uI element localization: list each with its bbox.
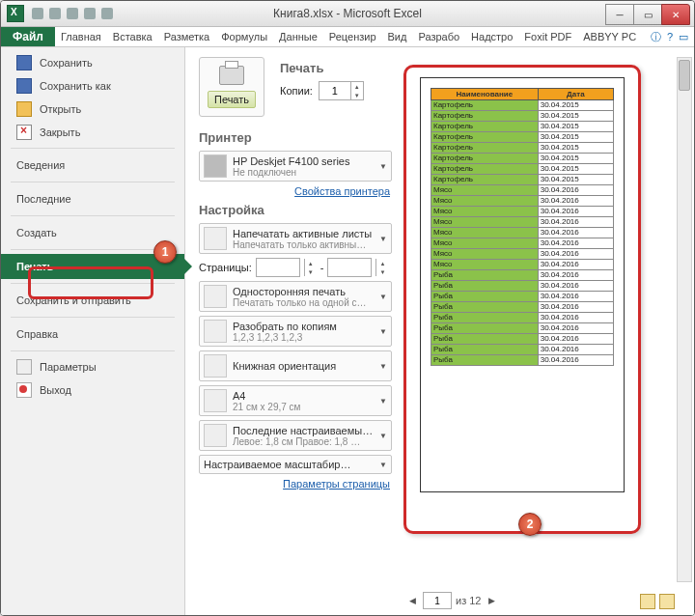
ribbon-tab[interactable]: Разметка [158, 27, 216, 46]
close-cmd[interactable]: Закрыть [1, 121, 184, 144]
cell-name: Картофель [431, 122, 539, 132]
open-cmd[interactable]: Открыть [1, 98, 184, 121]
ribbon-tab[interactable]: Вставка [107, 27, 158, 46]
margins-select[interactable]: Последние настраиваемые …Левое: 1,8 см П… [199, 420, 392, 451]
cell-date: 30.04.2015 [538, 154, 613, 164]
nav-help[interactable]: Справка [1, 322, 184, 347]
table-row: Картофель30.04.2015 [431, 175, 614, 185]
cell-date: 30.04.2016 [538, 302, 613, 313]
exit-cmd[interactable]: Выход [1, 378, 184, 402]
margins-icon [204, 424, 227, 447]
help-icon[interactable]: ? [667, 31, 673, 42]
table-row: Мясо30.04.2016 [431, 260, 614, 270]
sel-title: Односторонняя печать [233, 286, 374, 297]
save-cmd[interactable]: Сохранить [1, 51, 184, 74]
spinner-buttons[interactable]: ▲▼ [375, 259, 388, 276]
cell-name: Мясо [431, 185, 539, 196]
table-row: Картофель30.04.2015 [431, 122, 614, 132]
file-tab[interactable]: Файл [1, 27, 55, 46]
saveas-cmd[interactable]: Сохранить как [1, 74, 184, 98]
cell-date: 30.04.2015 [538, 175, 613, 185]
ribbon-tab[interactable]: Данные [273, 27, 323, 46]
paper-select[interactable]: A421 см x 29,7 см▼ [199, 385, 392, 416]
ribbon-tab[interactable]: Надстро [465, 27, 518, 46]
ribbon-tab[interactable]: Foxit PDF [518, 27, 577, 46]
qat-icon[interactable] [101, 8, 113, 19]
table-row: Мясо30.04.2016 [431, 185, 614, 196]
cell-date: 30.04.2015 [538, 164, 613, 175]
cell-date: 30.04.2015 [538, 122, 613, 132]
ribbon-tab[interactable]: ABBYY PC [577, 27, 642, 46]
col-date: Дата [538, 89, 613, 100]
col-name: Наименование [431, 89, 539, 100]
page-to-input[interactable] [327, 258, 372, 277]
open-icon [16, 101, 32, 117]
vertical-scrollbar[interactable] [677, 57, 692, 582]
backstage-sidebar: Сохранить Сохранить как Открыть Закрыть … [1, 47, 185, 615]
nav-share[interactable]: Сохранить и отправить [1, 288, 184, 313]
qat-icon[interactable] [84, 8, 96, 19]
chevron-down-icon: ▼ [379, 362, 387, 371]
qat-save-icon[interactable] [32, 8, 43, 19]
ribbon-tab[interactable]: Вид [382, 27, 413, 46]
printer-properties-link[interactable]: Свойства принтера [201, 185, 390, 197]
scroll-thumb[interactable] [679, 60, 690, 91]
separator [11, 249, 175, 250]
ribbon-tab[interactable]: Рецензир [323, 27, 382, 46]
spinner-buttons[interactable]: ▲▼ [304, 259, 317, 276]
prev-page-button[interactable]: ◀ [405, 594, 419, 607]
nav-info[interactable]: Сведения [1, 153, 184, 178]
printer-heading: Принтер [199, 130, 392, 145]
show-margins-button[interactable] [640, 594, 655, 609]
qat-undo-icon[interactable] [49, 8, 61, 19]
copies-spinner[interactable]: ▲▼ [319, 81, 364, 100]
table-row: Рыба30.04.2016 [431, 355, 614, 366]
scaling-select[interactable]: Настраиваемое масштабир…▼ [199, 455, 392, 474]
sel-title: Книжная ориентация [233, 360, 374, 372]
close-button[interactable]: ✕ [661, 4, 690, 25]
minimize-button[interactable]: ─ [605, 4, 634, 25]
print-what-select[interactable]: Напечатать активные листыНапечатать толь… [199, 223, 392, 254]
page-from-input[interactable] [256, 258, 300, 277]
zoom-to-page-button[interactable] [659, 594, 675, 609]
cell-name: Картофель [431, 143, 539, 154]
orientation-select[interactable]: Книжная ориентация▼ [199, 350, 392, 381]
page-total: из 12 [456, 595, 481, 606]
print-button[interactable]: Печать [199, 57, 264, 117]
ribbon-tab[interactable]: Формулы [215, 27, 273, 46]
cell-name: Рыба [431, 355, 539, 366]
page-number-input[interactable] [423, 592, 452, 609]
cell-name: Мясо [431, 238, 539, 249]
excel-logo-icon [7, 5, 24, 22]
page-setup-link[interactable]: Параметры страницы [201, 478, 390, 490]
zoom-controls [640, 594, 675, 609]
chevron-down-icon: ▼ [379, 293, 387, 301]
portrait-icon [204, 354, 227, 378]
nav-new[interactable]: Создать [1, 220, 184, 245]
cell-name: Мясо [431, 207, 539, 217]
cell-name: Мясо [431, 217, 539, 228]
options-cmd[interactable]: Параметры [1, 355, 184, 378]
spinner-buttons[interactable]: ▲▼ [350, 82, 363, 99]
sides-select[interactable]: Односторонняя печатьПечатать только на о… [199, 281, 392, 312]
dash: - [320, 262, 324, 273]
printer-device-icon [204, 154, 227, 178]
cell-name: Рыба [431, 302, 539, 313]
collate-select[interactable]: Разобрать по копиям1,2,3 1,2,3 1,2,3▼ [199, 316, 392, 347]
ribbon-tab[interactable]: Разрабо [412, 27, 465, 46]
printer-select[interactable]: HP Deskjet F4100 seriesНе подключен ▼ [199, 151, 392, 182]
separator [11, 182, 175, 182]
next-page-button[interactable]: ▶ [485, 594, 498, 607]
nav-recent[interactable]: Последние [1, 186, 184, 211]
help-icon[interactable]: ⓘ [651, 30, 661, 44]
maximize-button[interactable]: ▭ [633, 4, 662, 25]
qat-redo-icon[interactable] [67, 8, 78, 19]
ribbon-tab[interactable]: Главная [55, 27, 107, 46]
copies-input[interactable] [320, 84, 350, 98]
cell-name: Рыба [431, 270, 539, 281]
cell-name: Рыба [431, 323, 539, 334]
preview-page: НаименованиеДата Картофель30.04.2015Карт… [420, 77, 625, 492]
min-ribbon-icon[interactable]: ▭ [679, 31, 688, 43]
cell-name: Картофель [431, 100, 539, 111]
copies-label: Копии: [280, 85, 313, 97]
